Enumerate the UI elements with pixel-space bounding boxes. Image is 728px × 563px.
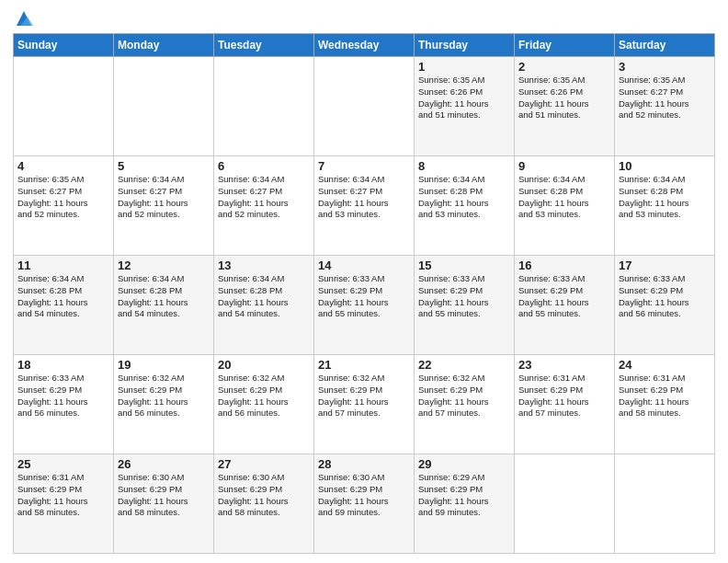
calendar-cell: 10Sunrise: 6:34 AM Sunset: 6:28 PM Dayli… <box>615 156 715 256</box>
week-row-1: 1Sunrise: 6:35 AM Sunset: 6:26 PM Daylig… <box>14 57 715 156</box>
day-number: 1 <box>418 60 510 74</box>
day-number: 5 <box>118 159 210 173</box>
logo <box>13 9 33 28</box>
day-number: 6 <box>218 159 310 173</box>
week-row-4: 18Sunrise: 6:33 AM Sunset: 6:29 PM Dayli… <box>14 355 715 454</box>
day-info: Sunrise: 6:32 AM Sunset: 6:29 PM Dayligh… <box>218 373 310 419</box>
day-number: 27 <box>218 457 310 471</box>
day-number: 11 <box>17 259 109 272</box>
day-info: Sunrise: 6:30 AM Sunset: 6:29 PM Dayligh… <box>318 472 410 519</box>
calendar-cell: 16Sunrise: 6:33 AM Sunset: 6:29 PM Dayli… <box>515 256 615 355</box>
calendar-cell: 13Sunrise: 6:34 AM Sunset: 6:28 PM Dayli… <box>214 256 314 355</box>
day-info: Sunrise: 6:30 AM Sunset: 6:29 PM Dayligh… <box>118 472 210 519</box>
calendar-cell: 14Sunrise: 6:33 AM Sunset: 6:29 PM Dayli… <box>314 256 415 355</box>
day-number: 22 <box>418 358 510 372</box>
calendar-cell <box>615 454 715 554</box>
calendar-cell: 28Sunrise: 6:30 AM Sunset: 6:29 PM Dayli… <box>314 454 415 554</box>
day-info: Sunrise: 6:34 AM Sunset: 6:28 PM Dayligh… <box>218 273 310 320</box>
day-number: 16 <box>518 259 610 272</box>
day-info: Sunrise: 6:34 AM Sunset: 6:27 PM Dayligh… <box>318 174 410 221</box>
day-number: 28 <box>318 457 410 471</box>
day-number: 23 <box>518 358 610 372</box>
day-info: Sunrise: 6:34 AM Sunset: 6:27 PM Dayligh… <box>218 174 310 221</box>
calendar-cell: 2Sunrise: 6:35 AM Sunset: 6:26 PM Daylig… <box>515 57 615 156</box>
calendar-cell: 4Sunrise: 6:35 AM Sunset: 6:27 PM Daylig… <box>14 156 114 256</box>
day-info: Sunrise: 6:33 AM Sunset: 6:29 PM Dayligh… <box>318 273 410 320</box>
calendar-cell: 5Sunrise: 6:34 AM Sunset: 6:27 PM Daylig… <box>114 156 214 256</box>
day-number: 15 <box>418 259 510 272</box>
calendar-cell: 29Sunrise: 6:29 AM Sunset: 6:29 PM Dayli… <box>415 454 515 554</box>
day-number: 3 <box>619 60 711 74</box>
day-info: Sunrise: 6:32 AM Sunset: 6:29 PM Dayligh… <box>418 373 510 419</box>
calendar-cell: 18Sunrise: 6:33 AM Sunset: 6:29 PM Dayli… <box>14 355 114 454</box>
day-info: Sunrise: 6:34 AM Sunset: 6:28 PM Dayligh… <box>619 174 711 221</box>
day-info: Sunrise: 6:35 AM Sunset: 6:26 PM Dayligh… <box>418 75 510 121</box>
day-number: 7 <box>318 159 410 173</box>
calendar-cell: 9Sunrise: 6:34 AM Sunset: 6:28 PM Daylig… <box>515 156 615 256</box>
calendar-cell: 27Sunrise: 6:30 AM Sunset: 6:29 PM Dayli… <box>214 454 314 554</box>
day-info: Sunrise: 6:33 AM Sunset: 6:29 PM Dayligh… <box>17 373 109 419</box>
calendar-cell <box>515 454 615 554</box>
logo-icon <box>15 9 33 28</box>
calendar-cell: 26Sunrise: 6:30 AM Sunset: 6:29 PM Dayli… <box>114 454 214 554</box>
day-number: 12 <box>118 259 210 272</box>
calendar-cell: 20Sunrise: 6:32 AM Sunset: 6:29 PM Dayli… <box>214 355 314 454</box>
calendar-cell: 6Sunrise: 6:34 AM Sunset: 6:27 PM Daylig… <box>214 156 314 256</box>
day-number: 20 <box>218 358 310 372</box>
day-info: Sunrise: 6:34 AM Sunset: 6:27 PM Dayligh… <box>118 174 210 221</box>
weekday-header-thursday: Thursday <box>415 34 515 57</box>
week-row-2: 4Sunrise: 6:35 AM Sunset: 6:27 PM Daylig… <box>14 156 715 256</box>
day-number: 17 <box>619 259 711 272</box>
day-info: Sunrise: 6:35 AM Sunset: 6:27 PM Dayligh… <box>619 75 711 121</box>
day-number: 24 <box>619 358 711 372</box>
day-info: Sunrise: 6:33 AM Sunset: 6:29 PM Dayligh… <box>619 273 711 320</box>
day-info: Sunrise: 6:31 AM Sunset: 6:29 PM Dayligh… <box>17 472 109 519</box>
day-info: Sunrise: 6:35 AM Sunset: 6:27 PM Dayligh… <box>17 174 109 221</box>
day-info: Sunrise: 6:33 AM Sunset: 6:29 PM Dayligh… <box>518 273 610 320</box>
calendar-cell: 21Sunrise: 6:32 AM Sunset: 6:29 PM Dayli… <box>314 355 415 454</box>
day-info: Sunrise: 6:34 AM Sunset: 6:28 PM Dayligh… <box>118 273 210 320</box>
calendar-table: SundayMondayTuesdayWednesdayThursdayFrid… <box>13 33 715 554</box>
weekday-header-saturday: Saturday <box>615 34 715 57</box>
day-number: 29 <box>418 457 510 471</box>
calendar-cell: 3Sunrise: 6:35 AM Sunset: 6:27 PM Daylig… <box>615 57 715 156</box>
calendar-cell: 23Sunrise: 6:31 AM Sunset: 6:29 PM Dayli… <box>515 355 615 454</box>
day-number: 26 <box>118 457 210 471</box>
day-info: Sunrise: 6:35 AM Sunset: 6:26 PM Dayligh… <box>518 75 610 121</box>
calendar-cell <box>14 57 114 156</box>
day-number: 4 <box>17 159 109 173</box>
day-number: 19 <box>118 358 210 372</box>
day-info: Sunrise: 6:30 AM Sunset: 6:29 PM Dayligh… <box>218 472 310 519</box>
day-number: 14 <box>318 259 410 272</box>
calendar-cell: 7Sunrise: 6:34 AM Sunset: 6:27 PM Daylig… <box>314 156 415 256</box>
weekday-header-row: SundayMondayTuesdayWednesdayThursdayFrid… <box>14 34 715 57</box>
day-number: 9 <box>518 159 610 173</box>
week-row-5: 25Sunrise: 6:31 AM Sunset: 6:29 PM Dayli… <box>14 454 715 554</box>
weekday-header-monday: Monday <box>114 34 214 57</box>
calendar-cell <box>114 57 214 156</box>
day-info: Sunrise: 6:31 AM Sunset: 6:29 PM Dayligh… <box>518 373 610 419</box>
calendar-cell: 22Sunrise: 6:32 AM Sunset: 6:29 PM Dayli… <box>415 355 515 454</box>
calendar-cell: 17Sunrise: 6:33 AM Sunset: 6:29 PM Dayli… <box>615 256 715 355</box>
day-info: Sunrise: 6:33 AM Sunset: 6:29 PM Dayligh… <box>418 273 510 320</box>
calendar-cell: 24Sunrise: 6:31 AM Sunset: 6:29 PM Dayli… <box>615 355 715 454</box>
week-row-3: 11Sunrise: 6:34 AM Sunset: 6:28 PM Dayli… <box>14 256 715 355</box>
weekday-header-sunday: Sunday <box>14 34 114 57</box>
header <box>13 9 715 28</box>
weekday-header-tuesday: Tuesday <box>214 34 314 57</box>
day-info: Sunrise: 6:32 AM Sunset: 6:29 PM Dayligh… <box>118 373 210 419</box>
calendar-cell: 1Sunrise: 6:35 AM Sunset: 6:26 PM Daylig… <box>415 57 515 156</box>
day-info: Sunrise: 6:32 AM Sunset: 6:29 PM Dayligh… <box>318 373 410 419</box>
day-number: 18 <box>17 358 109 372</box>
calendar-cell <box>214 57 314 156</box>
day-number: 13 <box>218 259 310 272</box>
day-number: 8 <box>418 159 510 173</box>
weekday-header-friday: Friday <box>515 34 615 57</box>
day-number: 25 <box>17 457 109 471</box>
calendar-cell: 19Sunrise: 6:32 AM Sunset: 6:29 PM Dayli… <box>114 355 214 454</box>
day-info: Sunrise: 6:34 AM Sunset: 6:28 PM Dayligh… <box>17 273 109 320</box>
day-info: Sunrise: 6:34 AM Sunset: 6:28 PM Dayligh… <box>518 174 610 221</box>
calendar-cell: 11Sunrise: 6:34 AM Sunset: 6:28 PM Dayli… <box>14 256 114 355</box>
calendar-cell: 25Sunrise: 6:31 AM Sunset: 6:29 PM Dayli… <box>14 454 114 554</box>
day-number: 2 <box>518 60 610 74</box>
